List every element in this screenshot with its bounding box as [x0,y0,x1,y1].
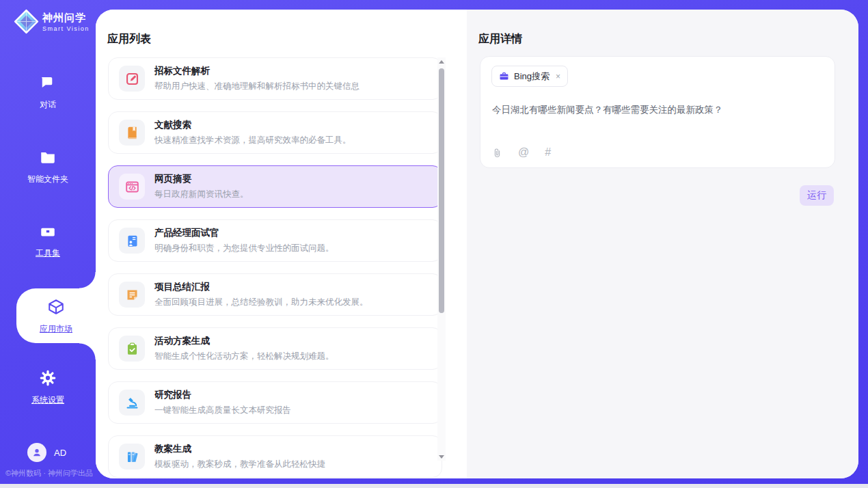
mention-icon[interactable]: @ [518,146,529,159]
app-description: 模板驱动，教案秒成，教学准备从此轻松快捷 [154,459,325,470]
browser-code-icon [125,180,139,194]
sidebar-item-toolbox[interactable]: 工具集 [0,222,96,259]
folder-icon [39,148,57,166]
gem-logo-icon [14,9,39,34]
user-icon [31,447,42,458]
sidebar-item-gear[interactable]: 系统设置 [0,369,96,406]
app-icon-tile [119,444,145,470]
user-row[interactable]: AD [27,443,66,462]
app-card[interactable]: 研究报告 一键智能生成高质量长文本研究报告 [108,381,442,424]
app-title: 招标文件解析 [154,65,360,77]
app-detail-panel: 应用详情 Bing搜索 × 今日湖北有哪些新闻要点？有哪些需要关注的最新政策？ … [467,10,858,478]
app-card[interactable]: 网页摘要 每日政府新闻资讯快查。 [108,165,442,208]
sidebar-item-chat[interactable]: 对话 [0,74,96,111]
sidebar-item-cube[interactable]: 应用市场 [16,288,96,343]
scroll-up-icon[interactable] [437,57,446,66]
books-icon [125,450,139,464]
app-icon-tile [119,120,145,146]
sidebar: 神州问学 Smart Vision 对话 智能文件夹 工具集 应用市场 系统设置… [0,0,96,484]
briefcase-icon [499,71,509,81]
app-window: 神州问学 Smart Vision 对话 智能文件夹 工具集 应用市场 系统设置… [0,0,868,484]
brand-subtitle: Smart Vision [42,25,90,32]
app-title: 产品经理面试官 [154,227,334,239]
app-description: 帮助用户快速、准确地理解和解析招标书中的关键信息 [154,81,360,92]
app-icon-tile [119,282,145,308]
chip-close-icon[interactable]: × [556,72,560,81]
sidebar-item-label: 工具集 [0,247,96,259]
tool-chip-label: Bing搜索 [514,70,550,83]
app-icon-tile [119,336,145,362]
note-icon [125,288,139,302]
app-icon-tile [119,390,145,416]
app-detail-title: 应用详情 [478,32,522,46]
app-description: 每日政府新闻资讯快查。 [154,189,249,200]
app-icon-tile [119,66,145,92]
app-card[interactable]: 产品经理面试官 明确身份和职责，为您提供专业性的面试问题。 [108,219,442,262]
sidebar-item-label: 智能文件夹 [0,174,96,185]
app-description: 智能生成个性化活动方案，轻松解决规划难题。 [154,351,334,362]
tool-chip-bing-search[interactable]: Bing搜索 × [491,66,568,87]
clipboard-check-icon [125,342,139,356]
app-title: 网页摘要 [154,173,249,185]
toolbox-icon [39,222,57,240]
question-text[interactable]: 今日湖北有哪些新闻要点？有哪些需要关注的最新政策？ [492,104,820,116]
copyright-text: ©神州数码 · 神州问学出品 [5,468,96,478]
cube-icon [47,298,65,316]
app-description: 明确身份和职责，为您提供专业性的面试问题。 [154,243,334,254]
app-description: 全面回顾项目进展，总结经验教训，助力未来优化发展。 [154,297,368,308]
app-icon-tile [119,228,145,254]
sidebar-item-label: 系统设置 [0,394,96,406]
brand-name: 神州问学 [42,12,90,25]
app-icon-tile [119,174,145,200]
gear-icon [39,369,57,387]
book-icon [125,126,139,140]
paperclip-icon[interactable] [492,147,502,159]
sidebar-item-label: 对话 [0,99,96,111]
app-description: 一键智能生成高质量长文本研究报告 [154,405,291,416]
app-card[interactable]: 项目总结汇报 全面回顾项目进展，总结经验教训，助力未来优化发展。 [108,273,442,316]
scrollbar-thumb[interactable] [439,68,444,313]
app-title: 文献搜索 [154,119,351,131]
chat-icon [39,74,57,92]
hash-icon[interactable]: # [545,146,551,159]
scrollbar[interactable] [437,57,446,461]
app-title: 研究报告 [154,389,291,401]
app-description: 快速精准查找学术资源，提高研究效率的必备工具。 [154,135,351,146]
app-card[interactable]: 活动方案生成 智能生成个性化活动方案，轻松解决规划难题。 [108,327,442,370]
app-card[interactable]: 招标文件解析 帮助用户快速、准确地理解和解析招标书中的关键信息 [108,57,442,100]
run-button[interactable]: 运行 [800,185,834,206]
app-list-panel: 应用列表 招标文件解析 帮助用户快速、准确地理解和解析招标书中的关键信息 文献搜… [96,10,467,478]
scroll-down-icon[interactable] [437,452,446,461]
app-title: 项目总结汇报 [154,281,368,293]
app-title: 活动方案生成 [154,335,334,347]
question-input-card[interactable]: Bing搜索 × 今日湖北有哪些新闻要点？有哪些需要关注的最新政策？ @ # [480,56,835,168]
brand-logo: 神州问学 Smart Vision [14,9,90,34]
sidebar-item-folder[interactable]: 智能文件夹 [0,148,96,185]
edit-doc-icon [125,72,139,86]
app-card-list: 招标文件解析 帮助用户快速、准确地理解和解析招标书中的关键信息 文献搜索 快速精… [108,57,442,478]
microscope-icon [125,396,139,410]
app-title: 教案生成 [154,443,325,455]
app-card[interactable]: 文献搜索 快速精准查找学术资源，提高研究效率的必备工具。 [108,111,442,154]
app-list-title: 应用列表 [107,32,151,46]
avatar[interactable] [27,443,46,462]
main-content: 应用列表 招标文件解析 帮助用户快速、准确地理解和解析招标书中的关键信息 文献搜… [96,10,858,478]
app-card[interactable]: 教案生成 模板驱动，教案秒成，教学准备从此轻松快捷 [108,435,442,478]
interview-icon [125,234,139,248]
sidebar-item-label: 应用市场 [16,323,96,335]
user-name: AD [54,448,66,458]
